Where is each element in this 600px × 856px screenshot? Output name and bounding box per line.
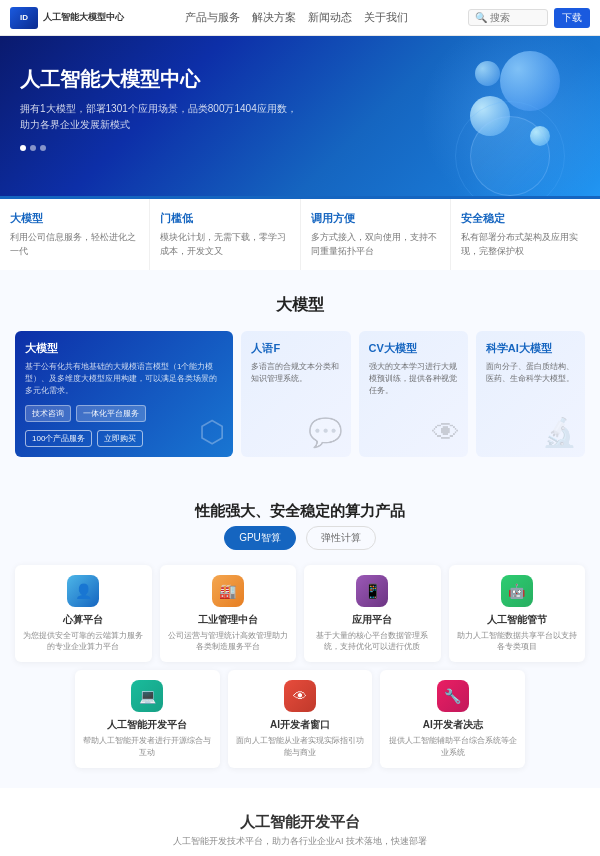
model-main-actions: 技术咨询 一体化平台服务: [25, 405, 223, 422]
search-input[interactable]: [490, 12, 540, 23]
download-button[interactable]: 下载: [554, 8, 590, 28]
product-icon-symbol-5: 👁: [293, 688, 307, 704]
product-icon-1: 🏭: [212, 575, 244, 607]
product-card-1: 🏭 工业管理中台 公司运营与管理统计高效管理助力各类制造服务平台: [160, 565, 297, 662]
product-icon-symbol-1: 🏭: [219, 583, 236, 599]
feature-title-2: 调用方便: [311, 211, 440, 226]
logo-title: 人工智能大模型中心: [43, 11, 124, 24]
tab-elastic[interactable]: 弹性计算: [306, 526, 376, 550]
model-btn-platform[interactable]: 一体化平台服务: [76, 405, 146, 422]
product-name-3: 人工智能管节: [457, 613, 578, 627]
model-main-desc: 基于公有化共有地基础的大规模语言模型（1个能力模型）、及多维度大模型应用构建，可…: [25, 361, 223, 397]
product-icon-symbol-2: 📱: [364, 583, 381, 599]
product-name-1: 工业管理中台: [168, 613, 289, 627]
bubble-ring-2: [455, 101, 565, 196]
logo: ID 人工智能大模型中心: [10, 7, 124, 29]
feature-desc-2: 多方式接入，双向使用，支持不同重量拓扑平台: [311, 231, 440, 258]
search-icon: 🔍: [475, 12, 487, 23]
ai-platform-section: 人工智能开发平台 人工智能开发技术平台，助力各行业企业AI 技术落地，快速部署 …: [0, 788, 600, 856]
model-icon-1: 💬: [308, 416, 343, 449]
feature-desc-3: 私有部署分布式架构及应用实现，完整保护权: [461, 231, 590, 258]
product-desc-6: 提供人工智能辅助平台综合系统等企业系统: [388, 735, 517, 757]
feature-title-1: 门槛低: [160, 211, 289, 226]
feature-card-2: 调用方便 多方式接入，双向使用，支持不同重量拓扑平台: [301, 199, 451, 270]
model-card-3: 科学AI大模型 面向分子、蛋白质结构、医药、生命科学大模型。 🔬: [476, 331, 585, 457]
product-name-2: 应用平台: [312, 613, 433, 627]
model-card-main: 大模型 基于公有化共有地基础的大规模语言模型（1个能力模型）、及多维度大模型应用…: [15, 331, 233, 457]
product-icon-symbol-4: 💻: [139, 688, 156, 704]
models-section: 大模型 大模型 基于公有化共有地基础的大规模语言模型（1个能力模型）、及多维度大…: [0, 270, 600, 482]
feature-title-0: 大模型: [10, 211, 139, 226]
models-title: 大模型: [15, 295, 585, 316]
model-desc-3: 面向分子、蛋白质结构、医药、生命科学大模型。: [486, 361, 575, 385]
computing-tabs: GPU智算 弹性计算: [15, 526, 585, 550]
product-desc-1: 公司运营与管理统计高效管理助力各类制造服务平台: [168, 630, 289, 652]
model-title-1: 人语F: [251, 341, 340, 356]
product-name-0: 心算平台: [23, 613, 144, 627]
header: ID 人工智能大模型中心 产品与服务 解决方案 新闻动态 关于我们 🔍 下载: [0, 0, 600, 36]
bubble-3: [475, 61, 500, 86]
product-card-3: 🤖 人工智能管节 助力人工智能数据共享平台以支持各专类项目: [449, 565, 586, 662]
product-desc-3: 助力人工智能数据共享平台以支持各专类项目: [457, 630, 578, 652]
model-desc-1: 多语言的合规文本分类和知识管理系统。: [251, 361, 340, 385]
product-icon-symbol-6: 🔧: [444, 688, 461, 704]
model-icon-3: 🔬: [542, 416, 577, 449]
product-desc-5: 面向人工智能从业者实现实际指引功能与商业: [236, 735, 365, 757]
model-icon-2: 👁: [432, 416, 460, 449]
model-main-icon: ⬡: [199, 414, 225, 449]
dot-3[interactable]: [40, 145, 46, 151]
feature-desc-1: 模块化计划，无需下载，零学习成本，开发文又: [160, 231, 289, 258]
product-icon-4: 💻: [131, 680, 163, 712]
product-icon-symbol-3: 🤖: [508, 583, 525, 599]
product-desc-4: 帮助人工智能开发者进行开源综合与互动: [83, 735, 212, 757]
nav-item-1[interactable]: 产品与服务: [185, 10, 240, 25]
nav-item-2[interactable]: 解决方案: [252, 10, 296, 25]
product-name-4: 人工智能开发平台: [83, 718, 212, 732]
ai-platform-subtitle: 人工智能开发技术平台，助力各行业企业AI 技术落地，快速部署: [15, 835, 585, 848]
hero-subtitle: 拥有1大模型，部署1301个应用场景，品类800万1404应用数，助力各界企业发…: [20, 101, 300, 133]
product-name-5: AI开发者窗口: [236, 718, 365, 732]
search-box: 🔍: [468, 9, 548, 26]
computing-title: 性能强大、安全稳定的算力产品: [15, 502, 585, 521]
model-btn-buy[interactable]: 立即购买: [97, 430, 143, 447]
model-card-1: 人语F 多语言的合规文本分类和知识管理系统。 💬: [241, 331, 350, 457]
header-right: 🔍 下载: [468, 8, 590, 28]
nav-item-3[interactable]: 新闻动态: [308, 10, 352, 25]
product-icon-3: 🤖: [501, 575, 533, 607]
product-grid-row2: 💻 人工智能开发平台 帮助人工智能开发者进行开源综合与互动 👁 AI开发者窗口 …: [15, 670, 585, 767]
ai-platform-title: 人工智能开发平台: [15, 813, 585, 832]
dot-2[interactable]: [30, 145, 36, 151]
product-icon-6: 🔧: [437, 680, 469, 712]
product-desc-2: 基于大量的核心平台数据管理系统，支持优化可以进行优质: [312, 630, 433, 652]
logo-icon: ID: [10, 7, 38, 29]
hero-section: 人工智能大模型中心 拥有1大模型，部署1301个应用场景，品类800万1404应…: [0, 36, 600, 196]
model-main-title: 大模型: [25, 341, 223, 356]
product-card-2: 📱 应用平台 基于大量的核心平台数据管理系统，支持优化可以进行优质: [304, 565, 441, 662]
feature-card-0: 大模型 利用公司信息服务，轻松进化之一代: [0, 199, 150, 270]
product-card-0: 👤 心算平台 为您提供安全可靠的云端算力服务的专业企业算力平台: [15, 565, 152, 662]
dot-1[interactable]: [20, 145, 26, 151]
feature-card-3: 安全稳定 私有部署分布式架构及应用实现，完整保护权: [451, 199, 600, 270]
model-desc-2: 强大的文本学习进行大规模预训练，提供各种视觉任务。: [369, 361, 458, 397]
model-card-2: CV大模型 强大的文本学习进行大规模预训练，提供各种视觉任务。 👁: [359, 331, 468, 457]
product-card-5: 👁 AI开发者窗口 面向人工智能从业者实现实际指引功能与商业: [228, 670, 373, 767]
tab-gpu[interactable]: GPU智算: [224, 526, 296, 550]
models-grid: 大模型 基于公有化共有地基础的大规模语言模型（1个能力模型）、及多维度大模型应用…: [15, 331, 585, 457]
feature-card-1: 门槛低 模块化计划，无需下载，零学习成本，开发文又: [150, 199, 300, 270]
hero-decoration: [400, 46, 580, 186]
product-icon-5: 👁: [284, 680, 316, 712]
product-grid-row1: 👤 心算平台 为您提供安全可靠的云端算力服务的专业企业算力平台 🏭 工业管理中台…: [15, 565, 585, 662]
product-name-6: AI开发者决志: [388, 718, 517, 732]
model-title-2: CV大模型: [369, 341, 458, 356]
main-nav: 产品与服务 解决方案 新闻动态 关于我们: [185, 10, 408, 25]
computing-section: 性能强大、安全稳定的算力产品 GPU智算 弹性计算 👤 心算平台 为您提供安全可…: [0, 482, 600, 788]
product-desc-0: 为您提供安全可靠的云端算力服务的专业企业算力平台: [23, 630, 144, 652]
product-icon-2: 📱: [356, 575, 388, 607]
model-main-actions2: 100个产品服务 立即购买: [25, 430, 223, 447]
model-btn-100[interactable]: 100个产品服务: [25, 430, 92, 447]
product-icon-0: 👤: [67, 575, 99, 607]
product-icon-symbol-0: 👤: [75, 583, 92, 599]
nav-item-4[interactable]: 关于我们: [364, 10, 408, 25]
feature-title-3: 安全稳定: [461, 211, 590, 226]
model-btn-consult[interactable]: 技术咨询: [25, 405, 71, 422]
